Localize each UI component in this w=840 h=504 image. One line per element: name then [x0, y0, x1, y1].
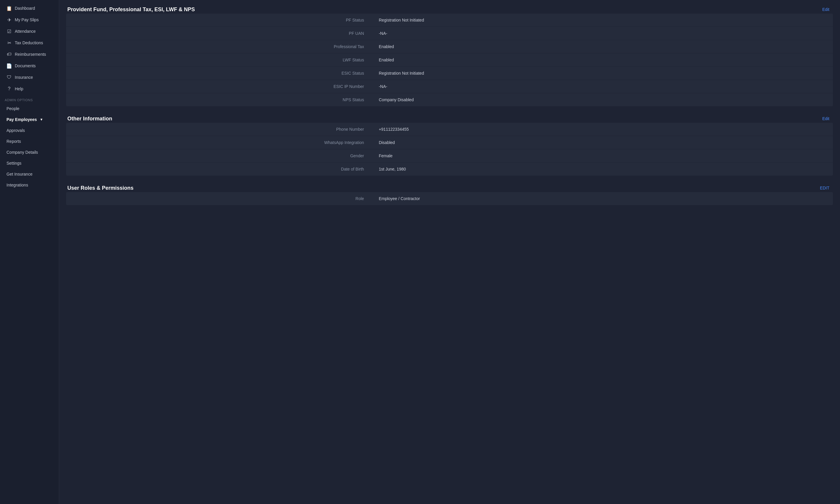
sidebar-item-label: Approvals: [6, 128, 25, 133]
table-row: LWF Status Enabled: [66, 53, 833, 67]
table-row: NPS Status Company Disabled: [66, 93, 833, 107]
table-row: PF UAN -NA-: [66, 27, 833, 40]
table-row: Role Employee / Contractor: [66, 192, 833, 205]
sidebar-item-company-details[interactable]: Company Details: [2, 147, 57, 158]
insurance-icon: 🛡: [6, 75, 12, 80]
admin-options-label: ADMIN OPTIONS: [0, 95, 59, 103]
sidebar-item-approvals[interactable]: Approvals: [2, 125, 57, 136]
table-row: Gender Female: [66, 149, 833, 163]
row-label: ESIC IP Number: [66, 80, 373, 93]
sidebar-item-label: People: [6, 106, 19, 111]
sidebar-item-reports[interactable]: Reports: [2, 136, 57, 147]
row-label: Phone Number: [66, 123, 373, 136]
row-value: Registration Not Initiated: [373, 67, 833, 80]
row-label: Role: [66, 192, 373, 205]
sidebar-item-settings[interactable]: Settings: [2, 158, 57, 168]
other-info-section-header: Other Information Edit: [66, 115, 833, 122]
pf-edit-button[interactable]: Edit: [820, 6, 832, 13]
roles-section-header: User Roles & Permissions EDIT: [66, 184, 833, 192]
sidebar-item-label: Help: [15, 87, 23, 91]
sidebar-item-pay-employees[interactable]: Pay Employees ▾: [2, 114, 57, 125]
sidebar-item-integrations[interactable]: Integrations: [2, 180, 57, 190]
table-row: Date of Birth 1st June, 1980: [66, 163, 833, 176]
pf-table: PF Status Registration Not Initiated PF …: [66, 14, 833, 106]
row-label: Professional Tax: [66, 40, 373, 53]
row-value: Disabled: [373, 136, 833, 149]
row-value: +911122334455: [373, 123, 833, 136]
documents-icon: 📄: [6, 63, 12, 69]
table-row: Professional Tax Enabled: [66, 40, 833, 53]
roles-edit-button[interactable]: EDIT: [818, 184, 832, 192]
sidebar-item-reimbursements[interactable]: 🏷 Reimbursements: [2, 49, 57, 60]
row-value: -NA-: [373, 80, 833, 93]
row-value: -NA-: [373, 27, 833, 40]
row-value: Registration Not Initiated: [373, 14, 833, 27]
roles-section: User Roles & Permissions EDIT Role Emplo…: [66, 184, 833, 205]
row-label: PF Status: [66, 14, 373, 27]
other-info-edit-button[interactable]: Edit: [820, 115, 832, 122]
sidebar-item-label: Insurance: [15, 75, 33, 80]
sidebar-item-documents[interactable]: 📄 Documents: [2, 60, 57, 71]
roles-table: Role Employee / Contractor: [66, 192, 833, 205]
sidebar-item-label: Reports: [6, 139, 21, 144]
other-info-table: Phone Number +911122334455 WhatsApp Inte…: [66, 123, 833, 176]
sidebar-item-label: Attendance: [15, 29, 36, 34]
chevron-down-icon: ▾: [40, 118, 42, 122]
pf-section-title: Provident Fund, Professional Tax, ESI, L…: [67, 6, 195, 13]
sidebar-item-insurance[interactable]: 🛡 Insurance: [2, 72, 57, 83]
pf-section-header: Provident Fund, Professional Tax, ESI, L…: [66, 6, 833, 13]
roles-section-title: User Roles & Permissions: [67, 185, 134, 191]
row-value: Female: [373, 149, 833, 163]
sidebar-item-label: Documents: [15, 64, 36, 68]
sidebar-item-label: Settings: [6, 161, 21, 165]
pf-section: Provident Fund, Professional Tax, ESI, L…: [66, 6, 833, 106]
table-row: ESIC IP Number -NA-: [66, 80, 833, 93]
other-info-section-title: Other Information: [67, 116, 112, 122]
sidebar-item-label: Tax Deductions: [15, 40, 43, 45]
table-row: ESIC Status Registration Not Initiated: [66, 67, 833, 80]
sidebar-item-label: Pay Employees: [6, 117, 37, 122]
row-value: Employee / Contractor: [373, 192, 833, 205]
row-label: PF UAN: [66, 27, 373, 40]
sidebar-item-label: Reimbursements: [15, 52, 46, 57]
sidebar-item-get-insurance[interactable]: Get Insurance: [2, 169, 57, 179]
sidebar-item-label: Dashboard: [15, 6, 35, 11]
table-row: PF Status Registration Not Initiated: [66, 14, 833, 27]
row-label: ESIC Status: [66, 67, 373, 80]
attendance-icon: ☑: [6, 29, 12, 34]
sidebar-item-help[interactable]: ? Help: [2, 83, 57, 94]
sidebar-item-my-pay-slips[interactable]: ✈ My Pay Slips: [2, 14, 57, 25]
row-value: 1st June, 1980: [373, 163, 833, 176]
row-label: Date of Birth: [66, 163, 373, 176]
sidebar-item-label: Integrations: [6, 183, 28, 187]
sidebar-item-attendance[interactable]: ☑ Attendance: [2, 26, 57, 37]
sidebar-item-people[interactable]: People: [2, 103, 57, 114]
row-label: LWF Status: [66, 53, 373, 67]
sidebar-item-label: My Pay Slips: [15, 17, 39, 22]
row-label: WhatsApp Integration: [66, 136, 373, 149]
sidebar-item-dashboard[interactable]: 📋 Dashboard: [2, 3, 57, 14]
main-content: Provident Fund, Professional Tax, ESI, L…: [59, 0, 840, 504]
row-value: Enabled: [373, 40, 833, 53]
tax-deductions-icon: ✂: [6, 40, 12, 46]
table-row: WhatsApp Integration Disabled: [66, 136, 833, 149]
sidebar-item-tax-deductions[interactable]: ✂ Tax Deductions: [2, 37, 57, 48]
other-info-section: Other Information Edit Phone Number +911…: [66, 115, 833, 176]
sidebar: 📋 Dashboard ✈ My Pay Slips ☑ Attendance …: [0, 0, 59, 504]
sidebar-item-label: Company Details: [6, 150, 38, 155]
row-value: Company Disabled: [373, 93, 833, 107]
row-label: NPS Status: [66, 93, 373, 107]
sidebar-item-label: Get Insurance: [6, 172, 33, 177]
help-icon: ?: [6, 86, 12, 91]
my-pay-slips-icon: ✈: [6, 17, 12, 22]
table-row: Phone Number +911122334455: [66, 123, 833, 136]
reimbursements-icon: 🏷: [6, 52, 12, 57]
dashboard-icon: 📋: [6, 6, 12, 11]
row-label: Gender: [66, 149, 373, 163]
row-value: Enabled: [373, 53, 833, 67]
